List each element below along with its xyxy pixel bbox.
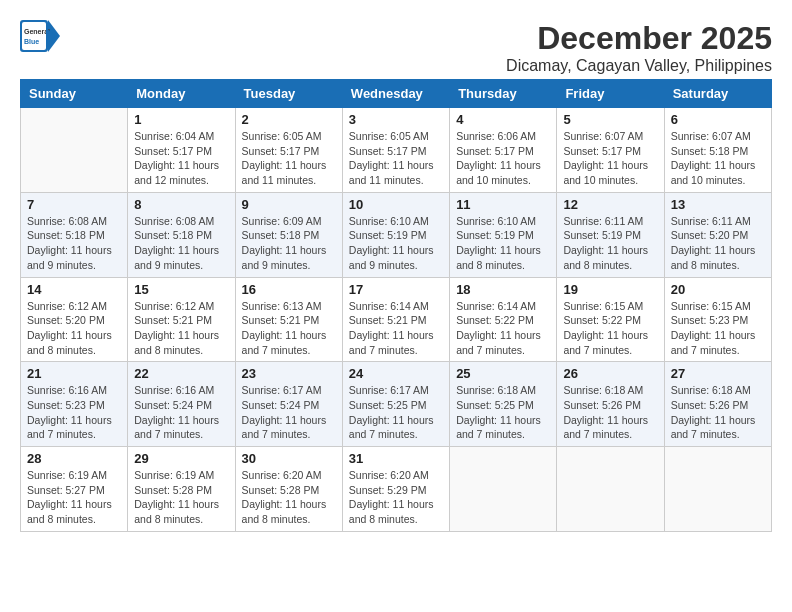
day-number: 17 (349, 282, 443, 297)
day-number: 29 (134, 451, 228, 466)
day-number: 2 (242, 112, 336, 127)
day-number: 6 (671, 112, 765, 127)
day-info: Sunrise: 6:11 AMSunset: 5:20 PMDaylight:… (671, 214, 765, 273)
calendar-cell: 24Sunrise: 6:17 AMSunset: 5:25 PMDayligh… (342, 362, 449, 447)
day-info: Sunrise: 6:07 AMSunset: 5:17 PMDaylight:… (563, 129, 657, 188)
calendar-cell: 26Sunrise: 6:18 AMSunset: 5:26 PMDayligh… (557, 362, 664, 447)
calendar-cell: 7Sunrise: 6:08 AMSunset: 5:18 PMDaylight… (21, 192, 128, 277)
calendar-cell: 5Sunrise: 6:07 AMSunset: 5:17 PMDaylight… (557, 108, 664, 193)
calendar-cell: 29Sunrise: 6:19 AMSunset: 5:28 PMDayligh… (128, 447, 235, 532)
calendar-week-3: 14Sunrise: 6:12 AMSunset: 5:20 PMDayligh… (21, 277, 772, 362)
day-number: 21 (27, 366, 121, 381)
calendar-cell: 15Sunrise: 6:12 AMSunset: 5:21 PMDayligh… (128, 277, 235, 362)
day-info: Sunrise: 6:14 AMSunset: 5:22 PMDaylight:… (456, 299, 550, 358)
calendar-cell: 6Sunrise: 6:07 AMSunset: 5:18 PMDaylight… (664, 108, 771, 193)
day-number: 1 (134, 112, 228, 127)
day-info: Sunrise: 6:04 AMSunset: 5:17 PMDaylight:… (134, 129, 228, 188)
calendar-header-sunday: Sunday (21, 80, 128, 108)
subtitle: Dicamay, Cagayan Valley, Philippines (506, 57, 772, 75)
calendar-cell (557, 447, 664, 532)
day-info: Sunrise: 6:07 AMSunset: 5:18 PMDaylight:… (671, 129, 765, 188)
calendar-header-saturday: Saturday (664, 80, 771, 108)
day-info: Sunrise: 6:16 AMSunset: 5:24 PMDaylight:… (134, 383, 228, 442)
calendar-cell: 22Sunrise: 6:16 AMSunset: 5:24 PMDayligh… (128, 362, 235, 447)
day-info: Sunrise: 6:14 AMSunset: 5:21 PMDaylight:… (349, 299, 443, 358)
calendar-cell: 20Sunrise: 6:15 AMSunset: 5:23 PMDayligh… (664, 277, 771, 362)
day-info: Sunrise: 6:18 AMSunset: 5:26 PMDaylight:… (671, 383, 765, 442)
day-number: 11 (456, 197, 550, 212)
day-number: 28 (27, 451, 121, 466)
day-number: 8 (134, 197, 228, 212)
calendar-header-row: SundayMondayTuesdayWednesdayThursdayFrid… (21, 80, 772, 108)
calendar-cell: 11Sunrise: 6:10 AMSunset: 5:19 PMDayligh… (450, 192, 557, 277)
calendar-week-4: 21Sunrise: 6:16 AMSunset: 5:23 PMDayligh… (21, 362, 772, 447)
calendar: SundayMondayTuesdayWednesdayThursdayFrid… (20, 79, 772, 532)
calendar-cell: 27Sunrise: 6:18 AMSunset: 5:26 PMDayligh… (664, 362, 771, 447)
day-info: Sunrise: 6:08 AMSunset: 5:18 PMDaylight:… (27, 214, 121, 273)
day-info: Sunrise: 6:16 AMSunset: 5:23 PMDaylight:… (27, 383, 121, 442)
day-number: 4 (456, 112, 550, 127)
day-info: Sunrise: 6:15 AMSunset: 5:23 PMDaylight:… (671, 299, 765, 358)
day-number: 19 (563, 282, 657, 297)
calendar-header-friday: Friday (557, 80, 664, 108)
calendar-cell: 21Sunrise: 6:16 AMSunset: 5:23 PMDayligh… (21, 362, 128, 447)
calendar-week-1: 1Sunrise: 6:04 AMSunset: 5:17 PMDaylight… (21, 108, 772, 193)
day-info: Sunrise: 6:20 AMSunset: 5:29 PMDaylight:… (349, 468, 443, 527)
day-info: Sunrise: 6:05 AMSunset: 5:17 PMDaylight:… (349, 129, 443, 188)
day-info: Sunrise: 6:13 AMSunset: 5:21 PMDaylight:… (242, 299, 336, 358)
calendar-body: 1Sunrise: 6:04 AMSunset: 5:17 PMDaylight… (21, 108, 772, 532)
calendar-cell: 28Sunrise: 6:19 AMSunset: 5:27 PMDayligh… (21, 447, 128, 532)
calendar-cell: 14Sunrise: 6:12 AMSunset: 5:20 PMDayligh… (21, 277, 128, 362)
day-info: Sunrise: 6:17 AMSunset: 5:25 PMDaylight:… (349, 383, 443, 442)
day-number: 31 (349, 451, 443, 466)
day-info: Sunrise: 6:20 AMSunset: 5:28 PMDaylight:… (242, 468, 336, 527)
calendar-header-tuesday: Tuesday (235, 80, 342, 108)
calendar-header-monday: Monday (128, 80, 235, 108)
calendar-cell: 18Sunrise: 6:14 AMSunset: 5:22 PMDayligh… (450, 277, 557, 362)
calendar-cell: 19Sunrise: 6:15 AMSunset: 5:22 PMDayligh… (557, 277, 664, 362)
day-number: 26 (563, 366, 657, 381)
day-info: Sunrise: 6:09 AMSunset: 5:18 PMDaylight:… (242, 214, 336, 273)
calendar-header-wednesday: Wednesday (342, 80, 449, 108)
day-info: Sunrise: 6:08 AMSunset: 5:18 PMDaylight:… (134, 214, 228, 273)
day-number: 23 (242, 366, 336, 381)
calendar-cell: 16Sunrise: 6:13 AMSunset: 5:21 PMDayligh… (235, 277, 342, 362)
calendar-header-thursday: Thursday (450, 80, 557, 108)
calendar-cell (21, 108, 128, 193)
day-info: Sunrise: 6:12 AMSunset: 5:21 PMDaylight:… (134, 299, 228, 358)
day-info: Sunrise: 6:12 AMSunset: 5:20 PMDaylight:… (27, 299, 121, 358)
calendar-cell: 1Sunrise: 6:04 AMSunset: 5:17 PMDaylight… (128, 108, 235, 193)
calendar-cell: 17Sunrise: 6:14 AMSunset: 5:21 PMDayligh… (342, 277, 449, 362)
calendar-cell: 2Sunrise: 6:05 AMSunset: 5:17 PMDaylight… (235, 108, 342, 193)
calendar-week-5: 28Sunrise: 6:19 AMSunset: 5:27 PMDayligh… (21, 447, 772, 532)
day-number: 16 (242, 282, 336, 297)
calendar-cell: 30Sunrise: 6:20 AMSunset: 5:28 PMDayligh… (235, 447, 342, 532)
logo: General Blue (20, 20, 60, 52)
day-info: Sunrise: 6:11 AMSunset: 5:19 PMDaylight:… (563, 214, 657, 273)
svg-rect-2 (22, 22, 46, 50)
day-info: Sunrise: 6:17 AMSunset: 5:24 PMDaylight:… (242, 383, 336, 442)
day-number: 10 (349, 197, 443, 212)
month-title: December 2025 (506, 20, 772, 57)
day-info: Sunrise: 6:15 AMSunset: 5:22 PMDaylight:… (563, 299, 657, 358)
calendar-cell: 8Sunrise: 6:08 AMSunset: 5:18 PMDaylight… (128, 192, 235, 277)
day-number: 12 (563, 197, 657, 212)
calendar-week-2: 7Sunrise: 6:08 AMSunset: 5:18 PMDaylight… (21, 192, 772, 277)
day-info: Sunrise: 6:19 AMSunset: 5:28 PMDaylight:… (134, 468, 228, 527)
calendar-cell (664, 447, 771, 532)
day-number: 22 (134, 366, 228, 381)
day-number: 3 (349, 112, 443, 127)
logo-icon: General Blue (20, 20, 60, 52)
day-number: 9 (242, 197, 336, 212)
day-number: 18 (456, 282, 550, 297)
day-number: 24 (349, 366, 443, 381)
header: General Blue December 2025 Dicamay, Caga… (20, 20, 772, 75)
calendar-cell: 25Sunrise: 6:18 AMSunset: 5:25 PMDayligh… (450, 362, 557, 447)
svg-text:Blue: Blue (24, 38, 39, 45)
day-number: 15 (134, 282, 228, 297)
calendar-cell: 9Sunrise: 6:09 AMSunset: 5:18 PMDaylight… (235, 192, 342, 277)
title-area: December 2025 Dicamay, Cagayan Valley, P… (506, 20, 772, 75)
day-number: 27 (671, 366, 765, 381)
calendar-cell: 12Sunrise: 6:11 AMSunset: 5:19 PMDayligh… (557, 192, 664, 277)
calendar-cell: 13Sunrise: 6:11 AMSunset: 5:20 PMDayligh… (664, 192, 771, 277)
